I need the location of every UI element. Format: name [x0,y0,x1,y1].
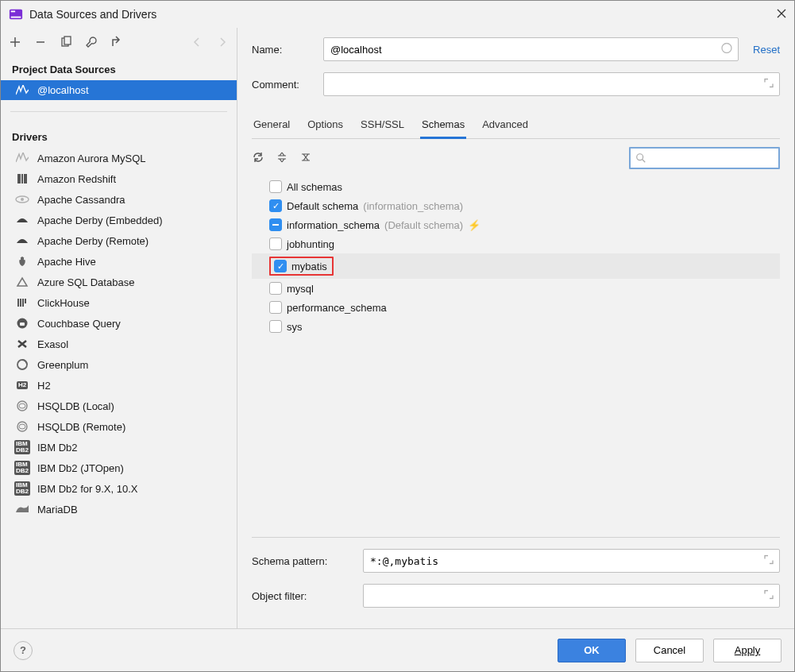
schema-checkbox[interactable] [269,238,282,250]
driver-item[interactable]: Apache Hive [1,251,237,272]
reset-link[interactable]: Reset [753,44,780,56]
schema-checkbox[interactable] [269,199,282,212]
schema-checkbox[interactable] [274,260,287,272]
driver-icon [15,255,29,268]
schema-pattern-label: Schema pattern: [252,555,363,567]
driver-label: Apache Derby (Embedded) [37,214,163,226]
schema-row[interactable]: mysql [252,279,780,298]
driver-icon [15,317,29,330]
schema-checkbox[interactable] [269,180,282,193]
svg-point-9 [21,198,24,201]
driver-icon [15,193,29,206]
driver-item[interactable]: Exasol [1,334,237,354]
driver-list: Amazon Aurora MySQLAmazon RedshiftApache… [1,148,237,628]
schema-row[interactable]: jobhunting [252,234,780,253]
tab-schemas[interactable]: Schemas [420,112,466,139]
add-icon[interactable] [9,36,21,51]
tab-options[interactable]: Options [306,112,345,138]
driver-item[interactable]: IBMDB2IBM Db2 (JTOpen) [1,458,237,478]
driver-item[interactable]: Azure SQL Database [1,272,237,292]
schema-label: performance_schema [287,302,387,314]
driver-label: Apache Cassandra [37,194,125,206]
schema-row[interactable]: information_schema (Default schema) ⚡ [252,215,780,234]
driver-item[interactable]: MariaDB [1,499,237,519]
object-filter-input[interactable] [363,584,780,608]
schema-label: sys [287,321,303,333]
refresh-icon[interactable] [252,151,264,166]
driver-item[interactable]: Apache Derby (Remote) [1,230,237,251]
help-button[interactable]: ? [14,641,33,660]
comment-input[interactable] [323,72,780,96]
schema-label: jobhunting [287,238,334,250]
remove-icon[interactable] [34,36,47,51]
tab-bar: GeneralOptionsSSH/SSLSchemasAdvanced [252,112,780,139]
driver-item[interactable]: Greenplum [1,354,237,375]
schema-checkbox[interactable] [269,218,282,231]
wrench-icon[interactable] [85,36,98,51]
cancel-button[interactable]: Cancel [635,639,704,662]
driver-item[interactable]: Amazon Aurora MySQL [1,148,237,168]
schema-search-input[interactable] [629,147,780,169]
schema-row[interactable]: sys [252,317,780,336]
driver-label: Amazon Aurora MySQL [37,153,146,164]
schema-checkbox[interactable] [269,282,282,295]
driver-item[interactable]: Amazon Redshift [1,168,237,189]
svg-rect-15 [25,299,26,303]
driver-item[interactable]: IBMDB2IBM Db2 [1,437,237,458]
data-source-item[interactable]: @localhost [1,80,237,100]
schema-row[interactable]: Default schema (information_schema) [252,196,780,215]
collapse-all-icon[interactable] [299,151,312,166]
schema-list: All schemas Default schema (information_… [252,177,780,537]
schema-pattern-input[interactable] [363,549,780,573]
name-input[interactable] [323,37,739,61]
driver-item[interactable]: Apache Cassandra [1,189,237,210]
driver-label: Apache Derby (Remote) [37,235,149,247]
project-data-sources-header: Project Data Sources [1,59,237,80]
window-title: Data Sources and Drivers [29,8,777,21]
driver-item[interactable]: H2H2 [1,375,237,396]
svg-rect-5 [17,174,21,183]
driver-icon: IBMDB2 [15,482,29,495]
tab-ssh-ssl[interactable]: SSH/SSL [359,112,406,138]
driver-icon [15,400,29,412]
drivers-header: Drivers [1,126,237,148]
data-source-label: @localhost [37,84,89,96]
tab-general[interactable]: General [252,112,291,138]
schema-label: mybatis [291,261,327,272]
driver-item[interactable]: ClickHouse [1,292,237,313]
schema-hint: (Default schema) [384,219,463,231]
expand-all-icon[interactable] [276,151,288,166]
driver-label: IBM Db2 (JTOpen) [37,462,124,474]
sidebar: Project Data Sources @localhost Drivers … [1,28,237,628]
apply-button[interactable]: Apply [713,639,781,662]
app-logo-icon [9,7,23,21]
driver-icon [15,152,29,164]
schema-checkbox[interactable] [269,301,282,314]
schema-row[interactable]: All schemas [252,177,780,196]
driver-item[interactable]: HSQLDB (Remote) [1,416,237,437]
driver-label: Couchbase Query [37,318,121,330]
schema-checkbox[interactable] [269,320,282,333]
back-icon[interactable] [191,36,203,51]
tab-advanced[interactable]: Advanced [480,112,530,138]
schema-row[interactable]: performance_schema [252,298,780,317]
driver-label: MariaDB [37,504,78,516]
driver-label: HSQLDB (Remote) [37,421,125,433]
copy-icon[interactable] [60,36,72,51]
bolt-icon: ⚡ [468,219,480,231]
driver-label: ClickHouse [37,297,90,309]
svg-rect-7 [24,174,27,183]
close-icon[interactable] [777,9,786,21]
driver-item[interactable]: HSQLDB (Local) [1,396,237,416]
datasource-icon [15,85,29,96]
driver-icon [15,276,29,288]
driver-icon [15,234,29,247]
revert-icon[interactable] [110,36,123,51]
svg-point-22 [637,154,643,160]
driver-item[interactable]: IBMDB2IBM Db2 for 9.X, 10.X [1,478,237,499]
forward-icon[interactable] [216,36,229,51]
driver-item[interactable]: Couchbase Query [1,313,237,334]
schema-row[interactable]: mybatis [252,253,780,279]
driver-item[interactable]: Apache Derby (Embedded) [1,210,237,230]
ok-button[interactable]: OK [558,639,626,662]
